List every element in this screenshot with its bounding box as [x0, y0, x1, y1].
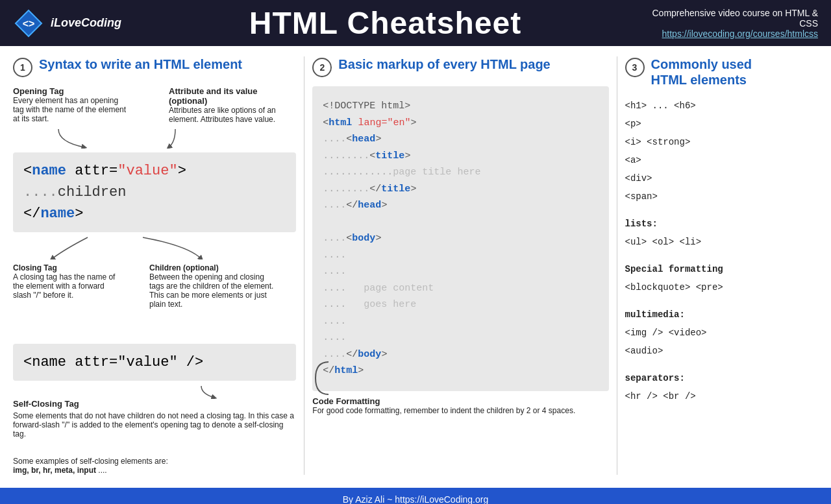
- section3-title: Commonly used HTML elements: [651, 56, 752, 88]
- special-label: Special formatting: [625, 260, 819, 278]
- svg-text:<>: <>: [23, 18, 35, 29]
- lists-items: <ul> <ol> <li>: [625, 233, 819, 251]
- common-item-6: <span>: [625, 187, 819, 206]
- self-closing-desc: Some elements that do not have children …: [13, 411, 294, 438]
- logo-icon: <>: [13, 8, 44, 39]
- self-closing-arrow-svg: [13, 318, 312, 331]
- section-1: 1 Syntax to write an HTML element Openin…: [13, 56, 304, 475]
- section2-heading: 2 Basic markup of every HTML page: [312, 56, 608, 77]
- header-title: HTML Cheatsheet: [121, 5, 649, 41]
- examples-intro: Some examples of self-closing elements a…: [13, 457, 168, 466]
- common-item-1: <h1> ... <h6>: [625, 97, 819, 115]
- code-panel: <!DOCTYPE html> <html lang="en"> ....<he…: [312, 86, 608, 391]
- section1-num: 1: [13, 58, 32, 77]
- code-box-1: <name attr="value"> ....children </name>: [13, 152, 296, 232]
- multimedia-items-1: <img /> <video>: [625, 324, 819, 342]
- examples-note: Some examples of self-closing elements a…: [13, 448, 296, 475]
- code-panel-line-4: ........<title>: [323, 148, 598, 165]
- code-format-label: Code Formatting: [312, 396, 380, 406]
- main-content: 1 Syntax to write an HTML element Openin…: [0, 46, 831, 475]
- bracket-svg: [312, 359, 332, 398]
- code-panel-line-12: .... page content: [323, 280, 598, 297]
- top-annotations: Opening Tag Every element has an opening…: [13, 86, 296, 124]
- children-annotation: Children (optional) Between the opening …: [149, 263, 279, 309]
- separators-label: separators:: [625, 369, 819, 387]
- code-panel-line-6: ........</title>: [323, 181, 598, 198]
- logo-area: <> iLoveCoding: [13, 8, 121, 39]
- section2-title: Basic markup of every HTML page: [338, 56, 550, 72]
- code-panel-line-1: <!DOCTYPE html>: [323, 98, 598, 115]
- section3-num: 3: [625, 58, 645, 77]
- logo-text: iLoveCoding: [51, 16, 121, 30]
- attr-label: Attribute and its value (optional): [169, 86, 258, 106]
- self-closing-arrows-top: [13, 318, 296, 331]
- attr-annotation: Attribute and its value (optional) Attri…: [169, 86, 286, 124]
- bottom-arrows-svg: [13, 236, 312, 259]
- code-panel-line-2: <html lang="en">: [323, 115, 598, 132]
- code-panel-line-8: [323, 214, 598, 231]
- footer: By Aziz Ali ~ https://iLoveCoding.org: [0, 488, 831, 504]
- closing-tag-annotation: Closing Tag A closing tag has the name o…: [13, 263, 117, 309]
- self-closing-arrow-down: [13, 386, 296, 399]
- common-item-2: <p>: [625, 115, 819, 133]
- examples-list: img, br, hr, meta, input: [13, 466, 96, 475]
- children-label: Children (optional): [149, 263, 219, 272]
- multimedia-items-2: <audio>: [625, 342, 819, 360]
- section2-num: 2: [312, 58, 332, 77]
- code-format-note: Code Formatting For good code formatting…: [312, 396, 608, 415]
- special-items: <blockquote> <pre>: [625, 278, 819, 296]
- separators-items: <hr /> <br />: [625, 387, 819, 405]
- code-panel-line-16: ....</body>: [323, 346, 598, 363]
- lists-label: lists:: [625, 215, 819, 233]
- course-link[interactable]: https://ilovecoding.org/courses/htmlcss: [662, 29, 818, 39]
- section1-title: Syntax to write an HTML element: [39, 56, 242, 72]
- code-panel-line-5: ............page title here: [323, 164, 598, 181]
- header: <> iLoveCoding HTML Cheatsheet Comprehen…: [0, 0, 831, 46]
- course-label: Comprehensive video course on HTML & CSS: [649, 8, 818, 29]
- section-3: 3 Commonly used HTML elements <h1> ... <…: [617, 56, 819, 405]
- opening-tag-label: Opening Tag: [13, 86, 64, 96]
- code-panel-line-17: </html>: [323, 363, 598, 379]
- closing-tag-desc: A closing tag has the name of the elemen…: [13, 272, 115, 300]
- self-closing-note: Self-Closing Tag Some elements that do n…: [13, 399, 296, 438]
- closing-tag-label: Closing Tag: [13, 263, 57, 272]
- arrows-top: [13, 129, 296, 149]
- arrows-bottom: [13, 236, 296, 259]
- common-item-5: <div>: [625, 169, 819, 187]
- code-line-1: <name attr="value">: [23, 160, 286, 182]
- section3-heading: 3 Commonly used HTML elements: [625, 56, 819, 88]
- code-panel-line-11: ....: [323, 263, 598, 280]
- code-panel-line-15: ....: [323, 330, 598, 346]
- code-line-3: </name>: [23, 203, 286, 224]
- common-item-3: <i> <strong>: [625, 133, 819, 151]
- code-panel-line-10: ....: [323, 247, 598, 264]
- header-right: Comprehensive video course on HTML & CSS…: [649, 8, 818, 39]
- code-box-2: <name attr="value" />: [13, 344, 296, 381]
- opening-tag-annotation: Opening Tag Every element has an opening…: [13, 86, 130, 124]
- self-closing-down-svg: [13, 386, 312, 399]
- top-arrows-svg: [13, 129, 312, 149]
- children-desc: Between the opening and closing tags are…: [149, 272, 273, 309]
- common-item-4: <a>: [625, 151, 819, 169]
- footer-text: By Aziz Ali ~ https://iLoveCoding.org: [343, 494, 489, 504]
- code-panel-line-9: ....<body>: [323, 230, 598, 247]
- code-panel-line-7: ....</head>: [323, 197, 598, 214]
- examples-ellipsis: ....: [96, 466, 107, 475]
- bottom-annotations: Closing Tag A closing tag has the name o…: [13, 263, 296, 309]
- section-2: 2 Basic markup of every HTML page <!DOCT…: [304, 56, 616, 415]
- code-panel-line-3: ....<head>: [323, 131, 598, 148]
- code-panel-line-13: .... goes here: [323, 296, 598, 313]
- multimedia-label: multimedia:: [625, 306, 819, 324]
- code-panel-line-14: ....: [323, 313, 598, 330]
- common-elements-list: <h1> ... <h6> <p> <i> <strong> <a> <div>…: [625, 97, 819, 405]
- opening-tag-desc: Every element has an opening tag with th…: [13, 96, 126, 123]
- code-format-desc: For good code formatting, remember to in…: [312, 406, 575, 415]
- code-line-2: ....children: [23, 182, 286, 203]
- section1-heading: 1 Syntax to write an HTML element: [13, 56, 296, 77]
- attr-desc: Attributes are like options of an elemen…: [169, 106, 276, 124]
- self-closing-label: Self-Closing Tag: [13, 399, 296, 409]
